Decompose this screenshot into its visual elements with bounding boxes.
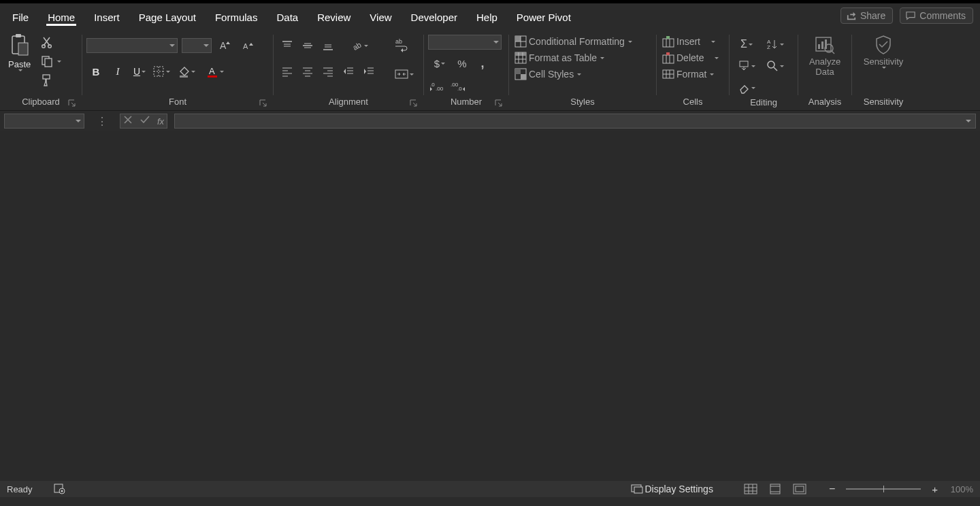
namebox-more-icon[interactable]: ⋮ xyxy=(97,115,108,128)
zoom-level[interactable]: 100% xyxy=(945,484,973,494)
tab-insert[interactable]: Insert xyxy=(84,6,129,27)
align-middle-button[interactable] xyxy=(298,36,317,55)
svg-rect-5 xyxy=(42,56,49,65)
fill-color-button[interactable] xyxy=(174,62,199,81)
clipboard-dialog-launcher[interactable] xyxy=(68,99,78,109)
expand-formula-bar[interactable] xyxy=(966,120,971,122)
font-color-button[interactable]: A xyxy=(202,62,228,81)
check-icon xyxy=(140,115,150,124)
increase-font-button[interactable]: A xyxy=(216,36,235,55)
svg-text:A: A xyxy=(767,39,771,45)
cut-button[interactable] xyxy=(39,35,63,50)
paste-button[interactable]: Paste xyxy=(4,32,35,73)
font-dialog-launcher[interactable] xyxy=(259,99,269,109)
increase-decimal-button[interactable]: .0.00 xyxy=(428,77,447,96)
format-painter-button[interactable] xyxy=(39,73,63,88)
svg-rect-65 xyxy=(666,36,670,39)
accounting-format-button[interactable]: $ xyxy=(428,54,451,73)
svg-rect-50 xyxy=(515,36,526,47)
svg-rect-70 xyxy=(663,70,674,78)
autosum-button[interactable]: Σ xyxy=(734,35,760,54)
decrease-indent-button[interactable] xyxy=(339,62,358,81)
merge-center-button[interactable] xyxy=(391,65,418,84)
decrease-font-button[interactable]: A xyxy=(239,36,258,55)
percent-button[interactable]: % xyxy=(453,54,472,73)
format-cells-button[interactable]: Format xyxy=(661,67,715,81)
share-button[interactable]: Share xyxy=(840,7,893,24)
analyze-data-button[interactable]: Analyze Data xyxy=(805,32,845,78)
align-center-button[interactable] xyxy=(298,62,317,81)
svg-rect-98 xyxy=(794,484,806,494)
svg-rect-45 xyxy=(395,70,408,78)
worksheet-area[interactable] xyxy=(0,131,980,481)
tab-help[interactable]: Help xyxy=(467,6,507,27)
merge-icon xyxy=(395,68,408,80)
increase-indent-button[interactable] xyxy=(359,62,378,81)
align-left-button[interactable] xyxy=(278,62,297,81)
align-bottom-button[interactable] xyxy=(318,36,338,55)
tab-developer[interactable]: Developer xyxy=(402,6,467,27)
tab-page-layout[interactable]: Page Layout xyxy=(129,6,206,27)
align-top-button[interactable] xyxy=(278,36,297,55)
group-label-number: Number xyxy=(428,97,504,109)
delete-cells-button[interactable]: Delete xyxy=(661,51,720,65)
tab-view[interactable]: View xyxy=(360,6,401,27)
view-page-break-button[interactable] xyxy=(791,482,808,496)
align-right-button[interactable] xyxy=(318,62,338,81)
comma-button[interactable]: , xyxy=(473,54,492,73)
format-cells-icon xyxy=(662,68,674,80)
fill-button[interactable] xyxy=(734,56,760,75)
number-format-combo[interactable] xyxy=(428,35,502,50)
sensitivity-icon xyxy=(872,33,895,56)
eraser-icon xyxy=(738,82,750,94)
decrease-decimal-button[interactable]: .00.0 xyxy=(448,77,468,96)
copy-button[interactable] xyxy=(39,54,63,69)
wrap-text-button[interactable]: ab xyxy=(391,33,412,58)
italic-button[interactable]: I xyxy=(108,62,127,81)
tab-review[interactable]: Review xyxy=(308,6,360,27)
tab-power-pivot[interactable]: Power Pivot xyxy=(507,6,581,27)
formula-bar[interactable] xyxy=(174,114,976,129)
macro-record-button[interactable] xyxy=(53,482,65,496)
svg-text:.00: .00 xyxy=(436,86,444,92)
tab-file[interactable]: File xyxy=(3,6,38,27)
clear-button[interactable] xyxy=(734,78,760,97)
insert-cells-button[interactable]: Insert xyxy=(661,35,717,48)
conditional-formatting-button[interactable]: Conditional Formatting xyxy=(513,35,634,48)
borders-icon xyxy=(152,65,165,78)
find-select-button[interactable] xyxy=(762,56,788,75)
cell-styles-button[interactable]: Cell Styles xyxy=(513,67,583,81)
insert-function-button[interactable]: fx xyxy=(157,115,164,127)
alignment-dialog-launcher[interactable] xyxy=(410,99,419,109)
zoom-slider[interactable] xyxy=(846,488,921,490)
sort-filter-button[interactable]: AZ xyxy=(762,35,788,54)
orientation-icon: ab xyxy=(350,39,363,52)
view-page-layout-button[interactable] xyxy=(766,482,784,496)
svg-rect-2 xyxy=(18,43,28,55)
cancel-formula-button[interactable] xyxy=(123,115,133,127)
tab-formulas[interactable]: Formulas xyxy=(206,6,267,27)
svg-rect-80 xyxy=(818,44,820,49)
bold-button[interactable]: B xyxy=(86,62,105,81)
borders-button[interactable] xyxy=(152,62,171,81)
display-settings-button[interactable]: Display Settings xyxy=(630,483,715,495)
zoom-out-button[interactable]: − xyxy=(829,483,835,495)
name-box[interactable] xyxy=(4,114,84,129)
svg-text:A: A xyxy=(243,42,248,50)
font-size-combo[interactable] xyxy=(182,38,212,53)
font-name-combo[interactable] xyxy=(86,38,178,53)
view-normal-button[interactable] xyxy=(742,482,760,496)
zoom-in-button[interactable]: + xyxy=(932,484,938,495)
underline-button[interactable]: U xyxy=(130,62,149,81)
tab-data[interactable]: Data xyxy=(267,6,308,27)
comments-button[interactable]: Comments xyxy=(900,7,973,24)
tab-home[interactable]: Home xyxy=(38,6,84,27)
delete-cells-icon xyxy=(662,52,674,64)
format-as-table-button[interactable]: Format as Table xyxy=(513,51,606,65)
orientation-button[interactable]: ab xyxy=(347,36,372,55)
enter-formula-button[interactable] xyxy=(140,115,150,127)
number-dialog-launcher[interactable] xyxy=(495,99,504,109)
sensitivity-button[interactable]: Sensitivity xyxy=(860,32,908,70)
svg-rect-60 xyxy=(515,69,521,74)
status-bar: Ready Display Settings − + 100% xyxy=(0,481,980,497)
